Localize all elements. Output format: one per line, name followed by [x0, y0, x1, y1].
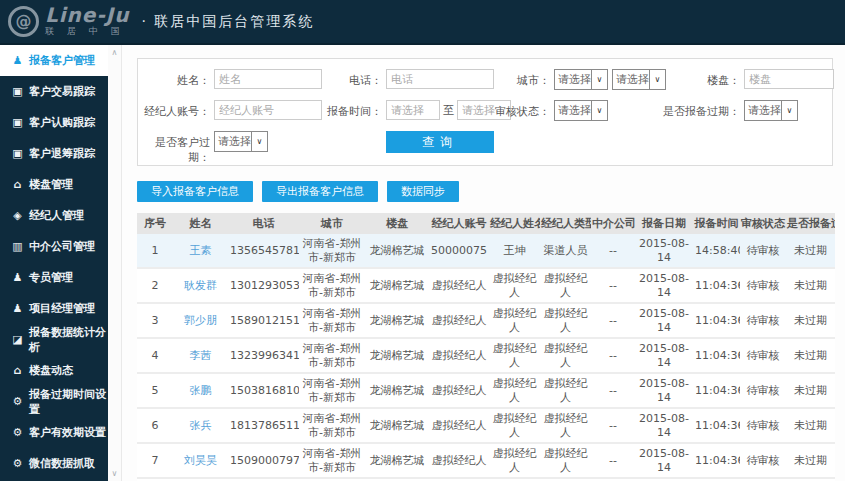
table-cell: 2015-08-14 — [635, 443, 693, 478]
table-cell: 河南省-郑州市-新郑市 — [299, 268, 365, 303]
sidebar-item-customer-transaction-track[interactable]: ▣客户交易跟踪 — [0, 76, 108, 107]
sidebar-item-agent-mgmt[interactable]: ◈经纪人管理 — [0, 200, 108, 231]
report-time-from-input[interactable] — [386, 100, 440, 120]
office-icon: ▥ — [10, 240, 25, 253]
table-row[interactable]: 3郭少朋15890121510河南省-郑州市-新郑市龙湖棉艺城虚拟经纪人虚拟经纪… — [137, 303, 835, 338]
scroll-up-icon[interactable]: ∧ — [112, 48, 118, 57]
chevron-down-icon: ∨ — [591, 70, 607, 89]
table-row[interactable]: 4李茜13239963414河南省-郑州市-新郑市龙湖棉艺城虚拟经纪人虚拟经纪人… — [137, 338, 835, 373]
property-input[interactable] — [744, 69, 834, 89]
table-row[interactable]: 1王素13565457812河南省-郑州市-新郑市龙湖棉艺城50000075王坤… — [137, 234, 835, 268]
user-icon: ♟ — [10, 302, 25, 315]
table-cell: 11:04:36 — [693, 373, 740, 408]
customer-name-link[interactable]: 张兵 — [173, 408, 228, 443]
sidebar-item-project-manager-mgmt[interactable]: ♟项目经理管理 — [0, 293, 108, 324]
table-cell: 待审核 — [740, 338, 786, 373]
customer-expired-select[interactable]: 请选择 ∨ — [214, 131, 268, 152]
table-cell: 11:04:36 — [693, 443, 740, 478]
export-customers-button[interactable]: 导出报备客户信息 — [262, 181, 378, 202]
audit-status-select[interactable]: 请选择 ∨ — [554, 100, 608, 121]
sidebar-item-property-news[interactable]: ⌂楼盘动态 — [0, 355, 108, 386]
table-cell: 虚拟经纪人 — [540, 303, 591, 338]
table-cell: 13012930531 — [228, 268, 299, 303]
table-cell: 2015-08-14 — [635, 234, 693, 268]
table-cell: 未过期 — [786, 338, 835, 373]
brand-subtitle: 联 居 中 国 — [45, 25, 129, 38]
sidebar-item-specialist-mgmt[interactable]: ♟专员管理 — [0, 262, 108, 293]
phone-input[interactable] — [386, 69, 494, 89]
report-expired-label: 是否报备过期： — [658, 104, 740, 119]
filter-panel: 姓名： 电话： 城市： 请选择 ∨ 请选择 ∨ 楼盘： 经纪人账号： 报备时间： — [137, 58, 833, 166]
sidebar-item-label: 客户认购跟踪 — [29, 115, 95, 130]
table-row[interactable]: 7刘昊昊15090007970河南省-郑州市-新郑市龙湖棉艺城虚拟经纪人虚拟经纪… — [137, 443, 835, 478]
column-header: 经纪人姓名 — [489, 213, 540, 234]
table-cell: 虚拟经纪人 — [540, 268, 591, 303]
table-cell: 河南省-郑州市-新郑市 — [299, 234, 365, 268]
filter-row-3: 是否客户过期： 请选择 ∨ 查询 — [138, 131, 832, 155]
customer-name-link[interactable]: 王素 — [173, 234, 228, 268]
customer-expired-value: 请选择 — [215, 134, 251, 149]
sidebar-item-label: 报备数据统计分析 — [29, 325, 108, 355]
table-cell: 待审核 — [740, 268, 786, 303]
main-content: 姓名： 电话： 城市： 请选择 ∨ 请选择 ∨ 楼盘： 经纪人账号： 报备时间： — [122, 45, 845, 481]
chevron-down-icon: ∨ — [251, 132, 267, 151]
phone-label: 电话： — [320, 73, 382, 88]
table-cell: 11:04:36 — [693, 303, 740, 338]
sidebar-item-report-expiry-settings[interactable]: ⚙报备过期时间设置 — [0, 386, 108, 417]
sidebar-item-label: 楼盘管理 — [29, 177, 73, 192]
table-cell: 3 — [137, 303, 173, 338]
table-cell: 7 — [137, 443, 173, 478]
name-input[interactable] — [214, 69, 322, 89]
sidebar-item-agency-mgmt[interactable]: ▥中介公司管理 — [0, 231, 108, 262]
table-cell: 2 — [137, 268, 173, 303]
agent-account-input[interactable] — [214, 100, 322, 120]
table-cell: 6 — [137, 408, 173, 443]
customer-name-link[interactable]: 张鹏 — [173, 373, 228, 408]
table-cell: 河南省-郑州市-新郑市 — [299, 373, 365, 408]
sidebar-item-customer-subscribe-track[interactable]: ▣客户认购跟踪 — [0, 107, 108, 138]
table-cell: 未过期 — [786, 268, 835, 303]
sidebar-item-wechat-data-capture[interactable]: ⚙微信数据抓取 — [0, 448, 108, 479]
brand-block: Line-Ju 联 居 中 国 — [45, 6, 129, 38]
sidebar-item-label: 楼盘动态 — [29, 363, 73, 378]
logo: @ Line-Ju 联 居 中 国 — [0, 6, 129, 38]
sidebar-item-label: 微信数据抓取 — [29, 456, 95, 471]
chart-icon: ◪ — [10, 333, 25, 346]
name-label: 姓名： — [138, 73, 210, 88]
report-customers-table: 序号姓名电话城市楼盘经纪人账号经纪人姓名经纪人类型中介公司报备日期报备时间审核状… — [137, 213, 835, 481]
customer-name-link[interactable]: 耿发群 — [173, 268, 228, 303]
gear-icon: ⚙ — [10, 426, 25, 439]
table-cell: 未过期 — [786, 443, 835, 478]
customer-name-link[interactable]: 李茜 — [173, 338, 228, 373]
table-cell: 虚拟经纪人 — [489, 373, 540, 408]
sidebar-item-customer-refund-track[interactable]: ▣客户退筹跟踪 — [0, 138, 108, 169]
table-cell: 2015-08-14 — [635, 268, 693, 303]
filter-row-1: 姓名： 电话： 城市： 请选择 ∨ 请选择 ∨ 楼盘： — [138, 69, 832, 93]
table-row[interactable]: 2耿发群13012930531河南省-郑州市-新郑市龙湖棉艺城虚拟经纪人虚拟经纪… — [137, 268, 835, 303]
table-cell: 待审核 — [740, 234, 786, 268]
scroll-down-icon[interactable]: ∨ — [112, 469, 118, 478]
report-expired-select[interactable]: 请选择 ∨ — [744, 100, 798, 121]
chevron-down-icon: ∨ — [591, 101, 607, 120]
sidebar-scrollbar[interactable]: ∧ ∨ — [108, 45, 122, 481]
column-header: 是否报备过期 — [786, 213, 835, 234]
city-district-value: 请选择 — [613, 72, 649, 87]
sidebar-item-report-data-analysis[interactable]: ◪报备数据统计分析 — [0, 324, 108, 355]
city-province-select[interactable]: 请选择 ∨ — [554, 69, 608, 90]
sidebar-item-customer-validity-settings[interactable]: ⚙客户有效期设置 — [0, 417, 108, 448]
sidebar-item-report-customer-mgmt[interactable]: ♟报备客户管理 — [0, 45, 108, 76]
table-cell: 未过期 — [786, 303, 835, 338]
column-header: 城市 — [299, 213, 365, 234]
table-cell: 河南省-郑州市-新郑市 — [299, 443, 365, 478]
query-button[interactable]: 查询 — [386, 131, 494, 153]
table-row[interactable]: 5张鹏15038168105河南省-郑州市-新郑市龙湖棉艺城虚拟经纪人虚拟经纪人… — [137, 373, 835, 408]
data-sync-button[interactable]: 数据同步 — [387, 181, 459, 202]
customer-name-link[interactable]: 刘昊昊 — [173, 443, 228, 478]
table-cell: 虚拟经纪人 — [540, 373, 591, 408]
user-icon: ♟ — [10, 54, 25, 67]
import-customers-button[interactable]: 导入报备客户信息 — [137, 181, 253, 202]
table-row[interactable]: 6张兵18137865115河南省-郑州市-新郑市龙湖棉艺城虚拟经纪人虚拟经纪人… — [137, 408, 835, 443]
table-cell: 50000075 — [429, 234, 489, 268]
sidebar-item-property-mgmt[interactable]: ⌂楼盘管理 — [0, 169, 108, 200]
customer-name-link[interactable]: 郭少朋 — [173, 303, 228, 338]
